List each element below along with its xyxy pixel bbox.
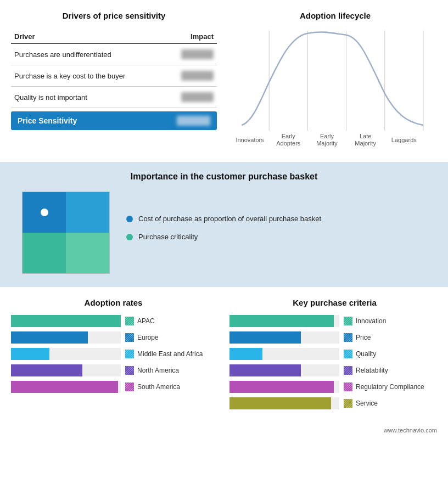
bar-label-text: North America xyxy=(137,367,179,374)
bar-container xyxy=(229,381,339,393)
footer: www.technavio.com xyxy=(0,425,448,438)
bar-row: Innovation xyxy=(229,315,440,327)
bar-label-text: South America xyxy=(137,383,180,391)
adoption-panel: Adoption lifecycle Innovators Early Adop… xyxy=(225,5,448,156)
svg-text:Adopters: Adopters xyxy=(276,139,300,146)
adoption-svg: Innovators Early Adopters Early Majority… xyxy=(231,25,440,151)
bar-row: Middle East and Africa xyxy=(11,348,216,360)
adoption-bar-chart: APAC Europe Middle East and Africa xyxy=(11,315,216,393)
svg-text:Majority: Majority xyxy=(316,139,338,146)
matrix-bottom-left xyxy=(23,233,66,273)
bar-container xyxy=(229,364,339,376)
driver-name: Purchases are undifferentiated xyxy=(11,43,166,65)
bar-fill xyxy=(229,381,334,393)
matrix-bottom-right xyxy=(66,233,109,273)
bar-row: Service xyxy=(229,397,440,409)
key-criteria-title: Key purchase criteria xyxy=(229,298,440,307)
matrix-top-left xyxy=(23,192,66,233)
adoption-rates-panel: Adoption rates APAC Europe xyxy=(0,292,224,419)
legend-item-1: Cost of purchase as proportion of overal… xyxy=(126,215,432,223)
bottom-section: Adoption rates APAC Europe xyxy=(0,287,448,425)
bar-fill xyxy=(11,381,118,393)
bar-label-text: Service xyxy=(356,400,378,407)
driver-impact: Medium xyxy=(166,43,217,65)
svg-text:Early: Early xyxy=(320,133,334,139)
bar-fill xyxy=(11,348,49,360)
bar-container xyxy=(11,315,121,327)
bar-label: Middle East and Africa xyxy=(125,350,203,358)
footer-text: www.technavio.com xyxy=(384,427,437,434)
legend-dot-green xyxy=(126,234,133,240)
bar-fill xyxy=(11,315,121,327)
svg-text:Laggards: Laggards xyxy=(391,137,417,143)
adoption-chart: Innovators Early Adopters Early Majority… xyxy=(231,25,440,151)
bar-container xyxy=(229,348,339,360)
matrix-dot xyxy=(41,209,48,216)
bar-row: Price xyxy=(229,331,440,344)
legend-text-2: Purchase criticality xyxy=(138,233,198,241)
bar-label: Price xyxy=(344,333,371,342)
svg-text:Late: Late xyxy=(360,133,371,139)
bar-fill xyxy=(229,364,301,376)
legend-dot-blue xyxy=(126,216,133,222)
bar-row: Europe xyxy=(11,331,216,344)
bar-label: Service xyxy=(344,399,378,408)
bar-fill xyxy=(11,364,82,376)
drivers-table: Driver Impact Purchases are undifferenti… xyxy=(11,30,217,108)
bar-label: Europe xyxy=(125,333,159,342)
importance-section: Importance in the customer purchase bask… xyxy=(0,162,448,287)
bar-label-text: APAC xyxy=(137,317,155,325)
bar-fill xyxy=(11,331,88,344)
drivers-panel: Drivers of price sensitivity Driver Impa… xyxy=(0,5,225,156)
price-sensitivity-row: Price Sensitivity Medium xyxy=(11,111,217,130)
bar-container xyxy=(11,331,121,344)
importance-title: Importance in the customer purchase bask… xyxy=(16,172,432,182)
legend-item-2: Purchase criticality xyxy=(126,233,432,241)
criteria-bar-chart: Innovation Price Quality xyxy=(229,315,440,409)
bar-row: Quality xyxy=(229,348,440,360)
bar-container xyxy=(229,315,339,327)
drivers-title: Drivers of price sensitivity xyxy=(11,11,217,20)
driver-impact: Medium xyxy=(166,87,217,108)
bar-label: Regulatory Compliance xyxy=(344,383,424,391)
bar-row: Regulatory Compliance xyxy=(229,381,440,393)
price-sensitivity-impact: Medium xyxy=(177,116,210,126)
bar-label-text: Relatability xyxy=(356,367,388,374)
price-sensitivity-label: Price Sensitivity xyxy=(18,116,77,125)
bar-label: Quality xyxy=(344,350,376,358)
svg-text:Early: Early xyxy=(282,133,295,139)
adoption-rates-title: Adoption rates xyxy=(11,298,216,307)
top-section: Drivers of price sensitivity Driver Impa… xyxy=(0,0,448,162)
bar-label-text: Middle East and Africa xyxy=(137,350,203,358)
bar-label: Innovation xyxy=(344,317,386,325)
bar-row: North America xyxy=(11,364,216,376)
bar-label-text: Innovation xyxy=(356,317,386,325)
bar-label: Relatability xyxy=(344,366,388,375)
table-row: Quality is not importantMedium xyxy=(11,87,217,108)
importance-legend: Cost of purchase as proportion of overal… xyxy=(126,215,432,251)
bar-container xyxy=(11,348,121,360)
bar-row: Relatability xyxy=(229,364,440,376)
bar-label: APAC xyxy=(125,317,155,325)
col-impact: Impact xyxy=(166,30,217,43)
driver-name: Quality is not important xyxy=(11,87,166,108)
importance-content: Cost of purchase as proportion of overal… xyxy=(16,192,432,274)
driver-impact: Medium xyxy=(166,65,217,87)
bar-container xyxy=(11,364,121,376)
bar-label-text: Quality xyxy=(356,350,376,358)
bar-row: APAC xyxy=(11,315,216,327)
svg-text:Majority: Majority xyxy=(355,139,376,146)
bar-fill xyxy=(229,331,301,344)
driver-name: Purchase is a key cost to the buyer xyxy=(11,65,166,87)
bar-label-text: Price xyxy=(356,334,371,341)
bar-container xyxy=(229,331,339,344)
bar-container xyxy=(11,381,121,393)
bar-fill xyxy=(229,348,262,360)
col-driver: Driver xyxy=(11,30,166,43)
legend-text-1: Cost of purchase as proportion of overal… xyxy=(138,215,321,223)
matrix-top-right xyxy=(66,192,109,233)
bar-label: South America xyxy=(125,383,180,391)
bar-label-text: Europe xyxy=(137,334,159,341)
bar-container xyxy=(229,397,339,409)
table-row: Purchase is a key cost to the buyerMediu… xyxy=(11,65,217,87)
